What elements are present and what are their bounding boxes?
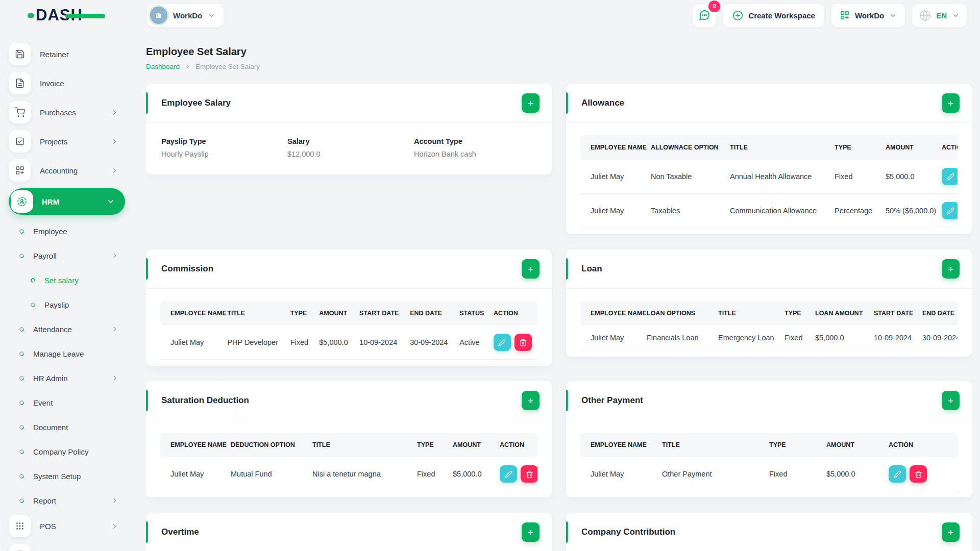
field-label: Payslip Type: [161, 137, 287, 145]
sidebar-item-retainer[interactable]: Retainer: [9, 43, 134, 65]
sidebar-item-label: POS: [40, 522, 56, 531]
sidebar-item-crm[interactable]: CRM: [9, 544, 134, 551]
card-title: Commission: [161, 264, 213, 274]
sidebar-item-invoice[interactable]: Invoice: [9, 72, 134, 94]
cell: 30-09-2024: [917, 325, 958, 350]
building-icon: [154, 10, 164, 20]
sidebar-subitem-hr-admin[interactable]: HR Admin: [9, 368, 134, 388]
app-menu-button[interactable]: WorkDo: [831, 4, 905, 27]
column-header: TYPE: [412, 433, 448, 457]
sidebar-item-purchases[interactable]: Purchases: [9, 101, 134, 123]
cell-actions: [937, 160, 958, 194]
employee-salary-fields: Payslip Type Hourly Payslip Salary $12,0…: [146, 123, 552, 174]
column-header: EMPLOYEE NAME: [580, 135, 646, 160]
table-header-row: EMPLOYEE NAME TITLE TYPE AMOUNT ACTION: [580, 433, 958, 457]
sidebar-item-projects[interactable]: Projects: [9, 130, 134, 153]
card-title: Company Contribution: [581, 527, 675, 537]
add-saturation-deduction-button[interactable]: +: [522, 391, 540, 410]
sidebar-subitem-event[interactable]: Event: [9, 392, 134, 413]
add-company-contribution-button[interactable]: +: [942, 522, 960, 542]
field-value: Horizon Bank cash: [414, 150, 536, 158]
delete-button[interactable]: [521, 465, 537, 483]
delete-button[interactable]: [514, 334, 532, 351]
sidebar-subitem-report[interactable]: Report: [9, 490, 134, 511]
card-title: Overtime: [161, 527, 199, 537]
loan-table-wrap: EMPLOYEE NAME LOAN OPTIONS TITLE TYPE LO…: [580, 301, 958, 350]
account-type-field: Account Type Horizon Bank cash: [414, 137, 536, 158]
card-title: Saturation Deduction: [161, 395, 249, 406]
sidebar-subitem-company-policy[interactable]: Company Policy: [9, 441, 134, 462]
column-header: LOAN AMOUNT: [810, 301, 869, 325]
sidebar-item-pos[interactable]: POS: [9, 515, 134, 537]
card-header: Allowance +: [566, 84, 972, 123]
cell: Active: [454, 325, 488, 360]
sidebar-item-accounting[interactable]: Accounting: [9, 159, 134, 182]
messenger-button[interactable]: 0: [693, 4, 716, 27]
sidebar-item-hrm[interactable]: HRM: [9, 188, 125, 215]
cell: 10-09-2024: [354, 325, 405, 360]
cell-actions: [488, 325, 537, 360]
column-header: LOAN OPTIONS: [642, 301, 713, 325]
create-workspace-button[interactable]: Create Workspace: [723, 4, 824, 27]
card-title: Loan: [581, 264, 602, 274]
other-payment-table-wrap: EMPLOYEE NAME TITLE TYPE AMOUNT ACTION J…: [580, 433, 958, 491]
loan-card: Loan + EMPLOYEE NAME LOAN OPTIONS TITLE …: [566, 249, 972, 357]
chevron-right-icon: [111, 252, 118, 259]
subitem-label: Manage Leave: [33, 349, 84, 358]
add-loan-button[interactable]: +: [942, 259, 960, 279]
plus-circle-icon: [732, 10, 743, 21]
cart-icon: [9, 101, 31, 123]
column-header: TITLE: [657, 433, 764, 457]
cell: Emergency Loan: [713, 325, 779, 350]
commission-table-wrap: EMPLOYEE NAME TITLE TYPE AMOUNT START DA…: [160, 301, 537, 360]
edit-button[interactable]: [942, 168, 958, 185]
workspace-name: WorkDo: [173, 11, 202, 20]
allowance-card: Allowance + EMPLOYEE NAME ALLOWNACE OPTI…: [566, 84, 972, 234]
sidebar-subitem-attendance[interactable]: Attendance: [9, 319, 134, 339]
add-overtime-button[interactable]: +: [522, 522, 540, 542]
add-other-payment-button[interactable]: +: [942, 391, 960, 410]
language-selector[interactable]: EN: [912, 4, 967, 27]
cell: Juliet May: [580, 194, 646, 228]
cell: Juliet May: [580, 325, 642, 350]
column-header: START DATE: [869, 301, 917, 325]
sidebar-subitem-document[interactable]: Document: [9, 417, 134, 437]
subitem-label: Attendance: [33, 325, 72, 334]
sidebar: Retainer Invoice Purchases Projects Acco…: [0, 31, 134, 551]
main-content: Employee Set Salary Dashboard Employee S…: [146, 31, 972, 551]
cell: Annual Health Allowance: [725, 160, 829, 194]
column-header: ACTION: [937, 135, 958, 160]
edit-button[interactable]: [500, 465, 517, 483]
workspace-switcher[interactable]: WorkDo: [147, 4, 224, 27]
cell: $5,000.0: [314, 325, 354, 360]
edit-button[interactable]: [889, 465, 906, 483]
table-row: Juliet May Other Payment Fixed $5,000.0: [580, 457, 958, 491]
grid-plus-icon: [9, 159, 31, 182]
cell: Fixed: [779, 325, 810, 350]
breadcrumb-dashboard-link[interactable]: Dashboard: [146, 63, 180, 70]
sidebar-subitem-payroll[interactable]: Payroll: [9, 245, 134, 266]
edit-button[interactable]: [942, 202, 958, 219]
cell: Fixed: [285, 325, 314, 360]
delete-button[interactable]: [910, 465, 927, 483]
cell: Juliet May: [160, 325, 222, 360]
add-allowance-button[interactable]: +: [942, 93, 960, 113]
edit-button[interactable]: [494, 334, 511, 351]
sidebar-item-label: Projects: [40, 137, 67, 146]
app-logo: DASH: [36, 6, 83, 24]
subitem-label: Document: [33, 423, 68, 432]
card-title: Employee Salary: [161, 98, 231, 108]
sidebar-subitem-payslip[interactable]: Payslip: [9, 294, 134, 315]
cell: $5,000.0: [448, 457, 495, 491]
add-employee-salary-button[interactable]: +: [522, 93, 540, 113]
sidebar-subitem-employee[interactable]: Employee: [9, 221, 134, 241]
bullet-icon: [18, 228, 25, 235]
sidebar-subitem-manage-leave[interactable]: Manage Leave: [9, 343, 134, 364]
add-commission-button[interactable]: +: [522, 259, 540, 279]
sidebar-item-label: Accounting: [40, 166, 78, 175]
sidebar-subitem-set-salary[interactable]: Set salary: [9, 270, 134, 290]
card-header: Employee Salary +: [146, 84, 552, 123]
sidebar-subitem-system-setup[interactable]: System Setup: [9, 466, 134, 486]
overtime-card: Overtime +: [146, 513, 552, 551]
top-header: DASH WorkDo 0 Create Workspace WorkDo EN: [0, 0, 980, 31]
